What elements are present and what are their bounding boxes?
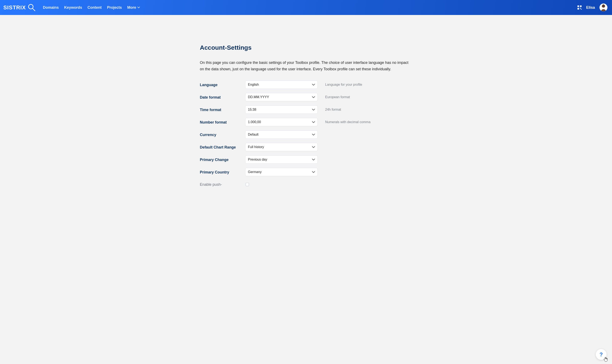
row-primary-change: Primary Change Previous day	[200, 155, 412, 164]
avatar[interactable]	[599, 3, 607, 12]
hint-number-format: Numerals with decimal comma	[325, 120, 370, 124]
nav-domains[interactable]: Domains	[43, 5, 59, 10]
select-language[interactable]: English	[245, 80, 318, 89]
select-chart-range-value: Full history	[248, 145, 312, 149]
label-enable-push: Enable push-	[200, 182, 245, 187]
help-button[interactable]: ?	[596, 349, 607, 360]
select-time-format[interactable]: 15:38	[245, 105, 318, 114]
svg-rect-5	[580, 8, 581, 9]
chevron-down-icon	[312, 146, 315, 148]
label-chart-range: Default Chart Range	[200, 145, 245, 150]
row-primary-country: Primary Country Germany	[200, 168, 412, 176]
select-primary-country-value: Germany	[248, 170, 312, 174]
logo-text: SISTRIX	[3, 4, 26, 11]
nav-more[interactable]: More	[127, 5, 140, 10]
chevron-down-icon	[312, 96, 315, 98]
chevron-down-icon	[137, 7, 140, 8]
select-date-format[interactable]: DD.MM.YYYY	[245, 93, 318, 101]
svg-rect-4	[577, 8, 579, 10]
select-currency-value: Default	[248, 133, 312, 136]
row-currency: Currency Default	[200, 130, 412, 139]
select-primary-change[interactable]: Previous day	[245, 155, 318, 164]
hint-language: Language for your profile	[325, 83, 362, 87]
nav-content-label: Content	[87, 5, 102, 10]
chevron-down-icon	[312, 84, 315, 86]
hint-time-format: 24h format	[325, 108, 341, 112]
select-primary-country[interactable]: Germany	[245, 168, 318, 176]
select-language-value: English	[248, 83, 312, 87]
row-number-format: Number format 1.000,00 Numerals with dec…	[200, 118, 412, 126]
nav-more-label: More	[127, 5, 136, 10]
username[interactable]: Elisa	[586, 5, 595, 10]
svg-rect-2	[577, 5, 579, 7]
label-currency: Currency	[200, 132, 245, 137]
svg-rect-6	[581, 9, 582, 10]
nav-keywords-label: Keywords	[64, 5, 82, 10]
header-right: Elisa	[577, 3, 607, 12]
nav-projects[interactable]: Projects	[107, 5, 122, 10]
page-content: Account-Settings On this page you can co…	[196, 15, 416, 199]
page-title: Account-Settings	[200, 44, 412, 51]
svg-rect-3	[580, 5, 582, 7]
row-time-format: Time format 15:38 24h format	[200, 105, 412, 114]
help-icon: ?	[599, 351, 603, 358]
chevron-down-icon	[312, 171, 315, 173]
select-date-format-value: DD.MM.YYYY	[248, 95, 312, 99]
nav-domains-label: Domains	[43, 5, 59, 10]
nav-keywords[interactable]: Keywords	[64, 5, 82, 10]
hint-date-format: European format	[325, 95, 350, 99]
chevron-down-icon	[312, 121, 315, 123]
label-primary-change: Primary Change	[200, 157, 245, 162]
label-number-format: Number format	[200, 120, 245, 125]
label-primary-country: Primary Country	[200, 170, 245, 174]
chevron-down-icon	[312, 134, 315, 136]
nav-projects-label: Projects	[107, 5, 122, 10]
nav-content[interactable]: Content	[87, 5, 102, 10]
checkbox-enable-push[interactable]	[246, 183, 249, 186]
label-time-format: Time format	[200, 107, 245, 112]
row-enable-push: Enable push-	[200, 182, 412, 187]
select-chart-range[interactable]: Full history	[245, 143, 318, 151]
main-nav: Domains Keywords Content Projects More	[43, 5, 140, 10]
row-language: Language English Language for your profi…	[200, 80, 412, 89]
label-language: Language	[200, 82, 245, 87]
svg-line-1	[32, 8, 35, 11]
label-date-format: Date format	[200, 95, 245, 100]
row-date-format: Date format DD.MM.YYYY European format	[200, 93, 412, 101]
app-header: SISTRIX Domains Keywords Content Project…	[0, 0, 612, 15]
select-time-format-value: 15:38	[248, 108, 312, 112]
apps-grid-icon[interactable]	[577, 5, 582, 10]
logo[interactable]: SISTRIX	[3, 3, 36, 12]
select-number-format[interactable]: 1.000,00	[245, 118, 318, 126]
chevron-down-icon	[312, 109, 315, 111]
row-chart-range: Default Chart Range Full history	[200, 143, 412, 151]
search-icon	[27, 3, 36, 12]
select-number-format-value: 1.000,00	[248, 120, 312, 124]
chevron-down-icon	[312, 159, 315, 161]
select-primary-change-value: Previous day	[248, 158, 312, 161]
select-currency[interactable]: Default	[245, 130, 318, 139]
page-description: On this page you can configure the basic…	[200, 60, 412, 72]
